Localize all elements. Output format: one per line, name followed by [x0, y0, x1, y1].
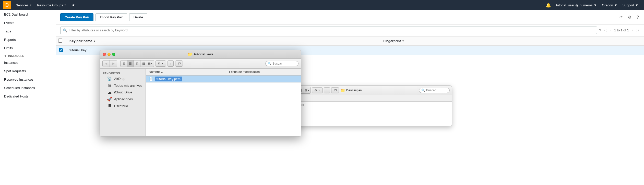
bg-tag-btn[interactable]: 🏷: [331, 87, 339, 93]
sidebar-item-reports[interactable]: Reports: [0, 35, 56, 44]
pagination-first[interactable]: ⟨⟨: [603, 28, 608, 33]
folder-icon: 📁: [187, 52, 193, 57]
bg-action-btn[interactable]: ⚙ ▼: [312, 87, 323, 93]
region-chevron: ▼: [614, 3, 617, 7]
finder-sidebar-todos[interactable]: 🖥 Todos mis archivos: [100, 82, 146, 89]
finder-action-btn[interactable]: ⚙ ▼: [156, 60, 166, 67]
finder-icon-view-btn[interactable]: ⊞: [121, 60, 127, 67]
sidebar-item-reserved-instances[interactable]: Reserved Instances: [0, 75, 56, 84]
finder-extra-view-btn[interactable]: ⊞▼: [147, 60, 154, 67]
support-menu[interactable]: Support ▼: [620, 2, 641, 9]
pagination-text: 1 to 1 of 1: [614, 28, 629, 32]
resource-groups-chevron: ▼: [64, 4, 66, 6]
finder-list-view-btn[interactable]: ☰: [127, 60, 134, 67]
finder-nombre-header[interactable]: Nombre ▲: [146, 69, 226, 76]
create-key-pair-button[interactable]: Create Key Pair: [60, 13, 93, 21]
user-menu[interactable]: tutorial_user @ numeros ▼: [554, 2, 599, 9]
row-checkbox[interactable]: [59, 48, 63, 52]
finder-fecha-header[interactable]: Fecha de modificación: [226, 69, 301, 76]
filter-input[interactable]: [60, 27, 597, 34]
finder-search-input[interactable]: [272, 62, 295, 65]
bg-finder-search[interactable]: 🔍: [419, 88, 450, 93]
notifications-bell[interactable]: 🔔: [543, 1, 554, 9]
finder-forward-btn[interactable]: ▶: [110, 60, 117, 67]
filter-input-wrap: 🔍: [60, 27, 597, 34]
sidebar-item-tags[interactable]: Tags: [0, 27, 56, 35]
services-nav[interactable]: Services ▼: [13, 2, 34, 9]
finder-tag-btn[interactable]: 🏷: [175, 60, 183, 67]
sidebar-item-ec2-dashboard[interactable]: EC2 Dashboard: [0, 10, 56, 19]
finder-window: 📁 tutorial_aws ◀ ▶ ⊞ ☰ ▥ ▦ ⊞▼ ⚙: [100, 50, 301, 137]
finder-column-view-btn[interactable]: ▥: [134, 60, 140, 67]
sidebar-item-events[interactable]: Events: [0, 19, 56, 27]
collapse-icon[interactable]: ▼: [4, 55, 7, 57]
sidebar-item-dedicated-hosts[interactable]: Dedicated Hosts: [0, 92, 56, 101]
finder-sidebar: Favoritos 📡 AirDrop 🖥 Todos mis archivos…: [100, 69, 146, 136]
settings-icon[interactable]: ⚙: [627, 14, 633, 21]
pagination: ⟨⟨ ⟨ 1 to 1 of 1 ⟩ ⟩⟩: [603, 28, 640, 33]
finder-sidebar-aplicaciones[interactable]: 🚀 Aplicaciones: [100, 96, 146, 103]
finder-sidebar-escritorio[interactable]: 🖥 Escritorio: [100, 103, 146, 109]
tag-icon: 🏷: [333, 89, 337, 92]
import-key-pair-button[interactable]: Import Key Pair: [96, 13, 127, 21]
bg-extra-view-btn[interactable]: ⊞▼: [304, 87, 311, 93]
delete-button[interactable]: Delete: [129, 13, 148, 21]
finder-gear-chevron: ▼: [161, 62, 164, 65]
region-menu[interactable]: Oregon ▼: [599, 2, 620, 9]
close-window-button[interactable]: [103, 53, 106, 56]
finder-fecha-cell: [226, 76, 301, 83]
finder-sidebar-airdrop[interactable]: 📡 AirDrop: [100, 75, 146, 82]
action-chevron: ▼: [318, 89, 320, 92]
sidebar-item-spot-requests[interactable]: Spot Requests: [0, 67, 56, 75]
finder-coverflow-view-btn[interactable]: ▦: [140, 60, 147, 67]
finder-tag-icon: 🏷: [177, 62, 181, 65]
minimize-window-button[interactable]: [108, 53, 111, 56]
pagination-prev[interactable]: ⟨: [609, 28, 613, 33]
finder-share-icon: ↑: [170, 62, 171, 65]
filter-search-icon: 🔍: [63, 28, 67, 32]
row-checkbox-cell: [56, 46, 66, 55]
fingerprint-header[interactable]: Fingerprint ▼: [380, 36, 644, 46]
finder-title: 📁 tutorial_aws: [187, 52, 213, 57]
finder-sidebar-icloud[interactable]: ☁ iCloud Drive: [100, 89, 146, 96]
main-layout: EC2 Dashboard Events Tags Reports Limits…: [0, 10, 644, 185]
share-icon: ↑: [326, 89, 328, 92]
finder-body: Favoritos 📡 AirDrop 🖥 Todos mis archivos…: [100, 69, 301, 136]
select-all-checkbox[interactable]: [58, 39, 62, 43]
finder-nav-buttons: ◀ ▶: [102, 60, 117, 67]
top-navigation: ⬡ Services ▼ Resource Groups ▼ ★ 🔔 tutor…: [0, 0, 644, 10]
bg-finder-title: 📁 Descargas: [340, 88, 362, 93]
favorites-star[interactable]: ★: [69, 1, 77, 9]
finder-gear-icon: ⚙: [158, 62, 161, 65]
bg-search-input[interactable]: [426, 89, 449, 92]
desktop-icon: 🖥: [107, 104, 112, 108]
finder-file-name-cell: 📄 tutorial_key.pem: [146, 76, 226, 83]
help-icon[interactable]: ?: [636, 14, 640, 21]
resource-groups-nav[interactable]: Resource Groups ▼: [34, 2, 69, 9]
filter-bar: 🔍 ? ⟨⟨ ⟨ 1 to 1 of 1 ⟩ ⟩⟩: [56, 24, 644, 36]
airdrop-icon: 📡: [107, 76, 112, 81]
sidebar-item-limits[interactable]: Limits: [0, 44, 56, 52]
key-pair-name-header[interactable]: Key pair name ▲: [66, 36, 380, 46]
finder-back-btn[interactable]: ◀: [103, 60, 110, 67]
bg-share-btn[interactable]: ↑: [324, 87, 330, 93]
sidebar-item-scheduled-instances[interactable]: Scheduled Instances: [0, 84, 56, 92]
sidebar-item-instances[interactable]: Instances: [0, 58, 56, 67]
toolbar-icons: ⟳ ⚙ ?: [618, 14, 640, 21]
descargas-folder-icon: 📁: [340, 88, 345, 93]
instances-section-header: ▼ INSTANCES: [0, 52, 56, 58]
services-chevron: ▼: [30, 4, 32, 6]
finder-toolbar: ◀ ▶ ⊞ ☰ ▥ ▦ ⊞▼ ⚙ ▼ ↑ 🏷: [100, 59, 301, 69]
select-all-header[interactable]: [56, 36, 66, 46]
refresh-icon[interactable]: ⟳: [618, 14, 624, 21]
fingerprint-dropdown-arrow: ▼: [402, 40, 404, 42]
finder-share-btn[interactable]: ↑: [168, 60, 174, 67]
finder-search-box[interactable]: 🔍: [265, 61, 299, 66]
filter-help-icon[interactable]: ?: [599, 28, 601, 32]
pagination-next[interactable]: ⟩: [630, 28, 634, 33]
name-sort-arrow: ▲: [93, 40, 96, 42]
todos-icon: 🖥: [107, 83, 112, 88]
maximize-window-button[interactable]: [112, 53, 115, 56]
finder-table-row[interactable]: 📄 tutorial_key.pem: [146, 76, 301, 83]
pagination-last[interactable]: ⟩⟩: [635, 28, 640, 33]
